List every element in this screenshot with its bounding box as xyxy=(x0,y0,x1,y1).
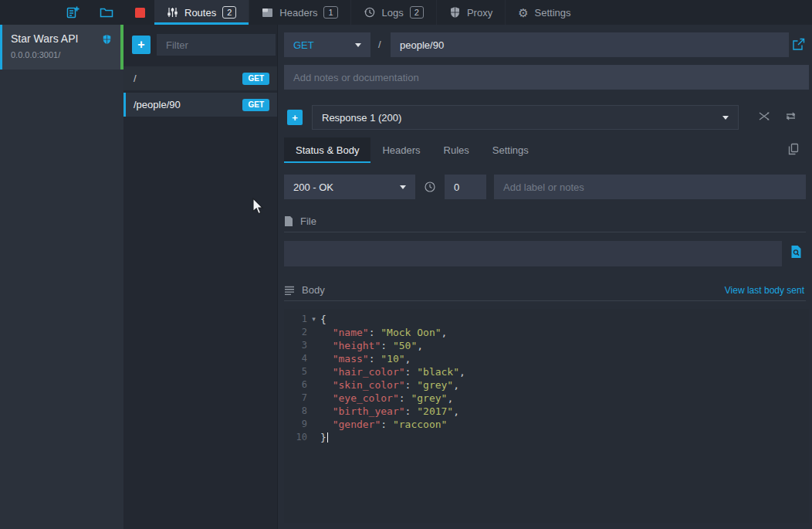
routes-filter-input[interactable] xyxy=(157,34,276,56)
tab-label: Settings xyxy=(535,7,571,19)
response-tabs: Status & Body Headers Rules Settings xyxy=(284,137,540,163)
tab-settings[interactable]: ⚙ Settings xyxy=(506,0,583,25)
method-select[interactable]: GET xyxy=(284,32,370,57)
repeat-icon xyxy=(784,110,797,122)
proxy-shield-icon xyxy=(102,34,112,45)
new-environment-icon xyxy=(66,5,80,20)
file-section-label: File xyxy=(300,215,316,227)
open-folder-icon xyxy=(100,6,113,19)
file-search-icon xyxy=(790,245,802,259)
tab-proxy[interactable]: Proxy xyxy=(437,0,506,25)
tab-label: Headers xyxy=(279,7,317,19)
tab-response-headers[interactable]: Headers xyxy=(370,137,431,163)
browse-file-button[interactable] xyxy=(790,245,802,259)
file-icon xyxy=(284,215,293,227)
divider xyxy=(284,300,806,301)
copy-icon xyxy=(787,143,800,156)
file-path-input[interactable] xyxy=(284,241,782,266)
code-editor-lines: 1▾{2 "name": "Mock Oon",3 "height": "50"… xyxy=(284,313,809,444)
routes-panel: + / GET /people/90 GET xyxy=(123,25,278,529)
tab-status-body[interactable]: Status & Body xyxy=(284,137,370,163)
path-prefix: / xyxy=(378,32,381,57)
tab-count-badge: 1 xyxy=(323,6,337,19)
tab-logs[interactable]: Logs 2 xyxy=(351,0,437,25)
sequential-response-toggle[interactable] xyxy=(784,110,797,122)
tab-label: Status & Body xyxy=(296,144,359,156)
environment-address: 0.0.0.0:3001/ xyxy=(11,50,60,59)
stop-square-icon xyxy=(134,7,146,19)
latency-input[interactable] xyxy=(445,175,486,199)
status-code-select[interactable]: 200 - OK xyxy=(284,175,415,199)
shield-icon xyxy=(449,6,461,19)
tab-label: Headers xyxy=(382,144,420,156)
tab-label: Routes xyxy=(184,7,216,19)
tab-label: Proxy xyxy=(467,7,492,19)
tab-routes[interactable]: Routes 2 xyxy=(154,0,249,25)
tab-headers[interactable]: Headers 1 xyxy=(249,0,350,25)
view-last-body-link[interactable]: View last body sent xyxy=(725,285,804,296)
response-select-value: Response 1 (200) xyxy=(322,112,401,124)
clock-icon xyxy=(424,181,436,193)
method-badge: GET xyxy=(242,73,269,85)
tab-response-settings[interactable]: Settings xyxy=(481,137,540,163)
environments-sidebar: Star Wars API 0.0.0.0:3001/ xyxy=(0,25,123,529)
tab-rules[interactable]: Rules xyxy=(432,137,481,163)
toolbar-tabs: Routes 2 Headers 1 Logs 2 xyxy=(154,0,584,25)
add-route-button[interactable]: + xyxy=(132,36,151,54)
tab-count-badge: 2 xyxy=(222,6,236,19)
environment-item[interactable]: Star Wars API 0.0.0.0:3001/ xyxy=(0,25,123,70)
body-code-editor[interactable]: 1▾{2 "name": "Mock Oon",3 "height": "50"… xyxy=(284,309,809,523)
stop-server-button[interactable] xyxy=(132,5,147,20)
route-path: /people/90 xyxy=(134,99,181,110)
method-badge: GET xyxy=(242,99,269,111)
shuffle-icon xyxy=(758,110,771,122)
response-label-input[interactable] xyxy=(494,175,806,199)
body-list-icon xyxy=(284,286,295,295)
chevron-down-icon xyxy=(355,43,361,47)
tab-label: Settings xyxy=(492,144,529,156)
environment-name: Star Wars API xyxy=(11,32,78,45)
clock-history-icon xyxy=(364,6,376,19)
route-path: / xyxy=(134,73,137,84)
route-path-input[interactable] xyxy=(391,32,789,57)
method-select-value: GET xyxy=(293,39,314,51)
status-code-value: 200 - OK xyxy=(293,181,333,193)
response-select[interactable]: Response 1 (200) xyxy=(312,105,739,130)
tab-label: Logs xyxy=(382,7,404,19)
divider xyxy=(284,232,806,232)
tab-label: Rules xyxy=(444,144,469,156)
add-response-button[interactable]: + xyxy=(287,110,303,125)
top-toolbar: Routes 2 Headers 1 Logs 2 xyxy=(0,0,812,25)
chevron-down-icon xyxy=(400,185,406,189)
route-notes-input[interactable] xyxy=(284,65,809,90)
random-response-toggle[interactable] xyxy=(758,110,771,122)
chevron-down-icon xyxy=(722,116,729,120)
route-detail-panel: GET / + Response 1 (200) St xyxy=(278,25,812,529)
tab-count-badge: 2 xyxy=(410,6,424,19)
body-section-label: Body xyxy=(302,284,325,296)
external-link-icon xyxy=(792,38,805,51)
new-environment-button[interactable] xyxy=(65,5,80,20)
copy-response-button[interactable] xyxy=(787,143,800,156)
route-item-root[interactable]: / GET xyxy=(123,66,277,90)
routes-icon xyxy=(167,7,178,18)
open-in-browser-button[interactable] xyxy=(792,38,805,51)
open-environment-button[interactable] xyxy=(99,5,114,20)
route-item-people-90[interactable]: /people/90 GET xyxy=(123,93,277,117)
headers-icon xyxy=(262,8,273,18)
gear-icon: ⚙ xyxy=(518,7,528,19)
